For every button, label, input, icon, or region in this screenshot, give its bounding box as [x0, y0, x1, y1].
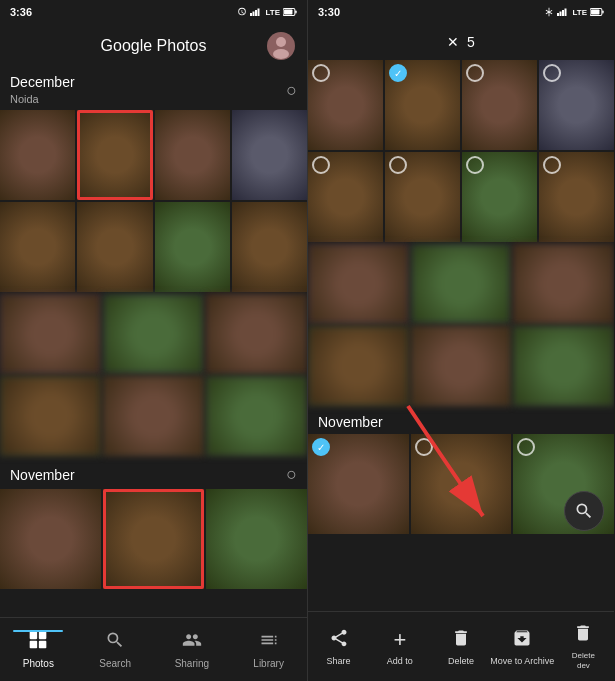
add-to-label: Add to — [387, 656, 413, 666]
right-row-2 — [308, 152, 614, 242]
nav-photos[interactable]: Photos — [0, 630, 77, 669]
right-nov-label: November — [308, 408, 614, 434]
delete-icon — [451, 628, 471, 653]
svg-rect-11 — [30, 641, 38, 649]
dec-photo-5[interactable] — [0, 202, 75, 292]
r-photo-6[interactable] — [385, 152, 460, 242]
left-app-header: Google Photos — [0, 24, 307, 68]
blur-photo-6[interactable] — [206, 376, 307, 456]
svg-rect-9 — [30, 632, 38, 640]
left-status-icons: LTE — [237, 7, 297, 17]
share-action[interactable]: Share — [308, 628, 369, 666]
nov-photo-1[interactable] — [0, 489, 101, 589]
r-blur-5[interactable] — [411, 326, 512, 406]
blur-photo-5[interactable] — [103, 376, 204, 456]
photo-check-3[interactable] — [466, 64, 484, 82]
share-label: Share — [327, 656, 351, 666]
svg-rect-10 — [39, 632, 47, 640]
close-selection-btn[interactable]: ✕ — [447, 34, 459, 50]
r-photo-3[interactable] — [462, 60, 537, 150]
right-blur-row-2 — [308, 326, 614, 406]
sharing-nav-icon — [182, 630, 202, 655]
selection-count-display: 5 — [467, 34, 475, 50]
action-toolbar: Share + Add to Delete Move to Archive De… — [308, 611, 614, 681]
archive-action[interactable]: Move to Archive — [492, 628, 553, 666]
more-delete-label: Deletedev — [572, 651, 595, 670]
nav-sharing[interactable]: Sharing — [154, 630, 231, 669]
r-nov-photo-2[interactable] — [411, 434, 512, 534]
r-blur-6[interactable] — [513, 326, 614, 406]
photo-check-8[interactable] — [543, 156, 561, 174]
photo-check-1[interactable] — [312, 64, 330, 82]
right-time: 3:30 — [318, 6, 340, 18]
dec-photo-7[interactable] — [155, 202, 230, 292]
photos-nav-icon — [28, 630, 48, 655]
blur-photo-2[interactable] — [103, 294, 204, 374]
r-photo-5[interactable] — [308, 152, 383, 242]
add-icon: + — [393, 627, 406, 653]
search-nav-icon — [105, 630, 125, 655]
share-icon — [329, 628, 349, 653]
november-check[interactable]: ○ — [286, 464, 297, 485]
r-blur-3[interactable] — [513, 244, 614, 324]
left-bottom-nav: Photos Search Sharing Library — [0, 617, 307, 681]
more-delete-action[interactable]: Deletedev — [553, 623, 614, 670]
left-status-bar: 3:36 LTE — [0, 0, 307, 24]
nav-library[interactable]: Library — [230, 630, 307, 669]
photo-check-7[interactable] — [466, 156, 484, 174]
photo-check-2[interactable]: ✓ — [389, 64, 407, 82]
search-nav-label: Search — [99, 658, 131, 669]
photo-check-5[interactable] — [312, 156, 330, 174]
december-check[interactable]: ○ — [286, 80, 297, 101]
right-status-bar: 3:30 LTE — [308, 0, 614, 24]
r-photo-2[interactable]: ✓ — [385, 60, 460, 150]
blur-photo-4[interactable] — [0, 376, 101, 456]
user-avatar[interactable] — [267, 32, 295, 60]
svg-rect-19 — [602, 11, 603, 14]
right-blur-row-1 — [308, 244, 614, 324]
blur-photo-3[interactable] — [206, 294, 307, 374]
svg-rect-1 — [253, 12, 255, 17]
nov-photo-2[interactable] — [103, 489, 204, 589]
dec-photo-4[interactable] — [232, 110, 307, 200]
svg-rect-6 — [295, 11, 296, 14]
r-blur-1[interactable] — [308, 244, 409, 324]
dec-photo-6[interactable] — [77, 202, 152, 292]
nav-search[interactable]: Search — [77, 630, 154, 669]
r-blur-2[interactable] — [411, 244, 512, 324]
noida-label: Noida — [10, 93, 39, 105]
svg-rect-2 — [255, 10, 257, 16]
nov-photo-check-1[interactable]: ✓ — [312, 438, 330, 456]
more-delete-icon — [573, 623, 593, 648]
nov-photo-check-2[interactable] — [415, 438, 433, 456]
svg-rect-18 — [591, 10, 599, 15]
magnifier-button[interactable] — [564, 491, 604, 531]
svg-point-8 — [273, 49, 289, 59]
library-nav-icon — [259, 630, 279, 655]
dec-photo-8[interactable] — [232, 202, 307, 292]
delete-action[interactable]: Delete — [430, 628, 491, 666]
r-photo-7[interactable] — [462, 152, 537, 242]
sharing-nav-label: Sharing — [175, 658, 209, 669]
dec-photo-2[interactable] — [77, 110, 152, 200]
photo-check-4[interactable] — [543, 64, 561, 82]
november-label-right: November — [318, 414, 383, 430]
nov-photo-3[interactable] — [206, 489, 307, 589]
left-phone-panel: 3:36 LTE Google Photos December Noida — [0, 0, 307, 681]
dec-photo-1[interactable] — [0, 110, 75, 200]
r-nov-photo-1[interactable]: ✓ — [308, 434, 409, 534]
svg-rect-5 — [284, 10, 292, 15]
blur-photo-1[interactable] — [0, 294, 101, 374]
left-time: 3:36 — [10, 6, 32, 18]
r-photo-4[interactable] — [539, 60, 614, 150]
r-photo-8[interactable] — [539, 152, 614, 242]
blurred-row-1 — [0, 294, 307, 374]
r-photo-1[interactable] — [308, 60, 383, 150]
add-to-action[interactable]: + Add to — [369, 627, 430, 666]
photo-check-6[interactable] — [389, 156, 407, 174]
dec-photo-3[interactable] — [155, 110, 230, 200]
archive-icon — [512, 628, 532, 653]
delete-label: Delete — [448, 656, 474, 666]
right-phone-panel: 3:30 LTE ✕ 5 ✓ — [307, 0, 614, 681]
r-blur-4[interactable] — [308, 326, 409, 406]
